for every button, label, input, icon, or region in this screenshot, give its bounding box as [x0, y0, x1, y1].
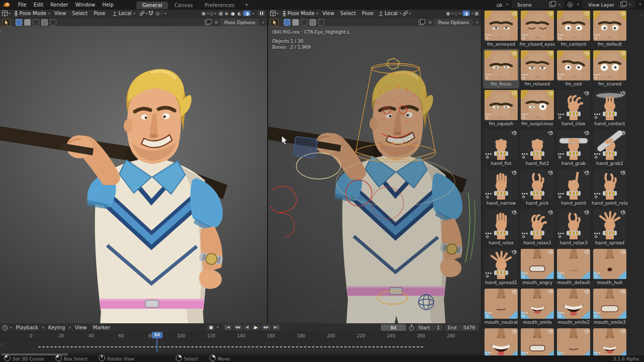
pose-asset-hand_claw[interactable]: hand_claw [555, 88, 592, 128]
pose-asset-fm_closed_eyes[interactable]: fm_closed_eyes [519, 9, 555, 49]
menu-pose[interactable]: Pose [359, 11, 376, 16]
pose-asset-hand_pick[interactable]: hand_pick [519, 168, 555, 208]
select-mode-subtract-button[interactable] [301, 19, 307, 26]
mode-selector[interactable]: Pose Mode [288, 11, 315, 16]
blender-logo-icon[interactable] [3, 2, 11, 8]
keyframe-marker[interactable] [244, 346, 246, 347]
keyframe-marker[interactable] [131, 346, 133, 347]
keyframe-marker[interactable] [219, 346, 222, 347]
select-mode-invert-button[interactable] [309, 19, 316, 26]
keyframe-marker[interactable] [187, 346, 190, 347]
keyframe-marker[interactable] [388, 346, 391, 347]
snap-magnet-icon[interactable] [148, 11, 153, 16]
menu-file[interactable]: File [15, 2, 30, 8]
keyframe-marker[interactable] [50, 346, 53, 347]
editor-type-icon[interactable] [270, 11, 276, 16]
keyframe-marker[interactable] [191, 346, 194, 347]
keyframe-marker[interactable] [42, 346, 45, 347]
overlays-icon[interactable]: ◇ [210, 11, 214, 16]
keyframe-marker[interactable] [211, 346, 214, 347]
snap-chevron[interactable]: ▾ [409, 12, 411, 16]
pose-asset-hand_relax3[interactable]: hand_relax3 [555, 208, 592, 247]
keyframe-marker[interactable] [151, 346, 153, 347]
menu-render[interactable]: Render [47, 2, 72, 8]
keyframe-marker[interactable] [405, 346, 407, 347]
keyframe-marker[interactable] [280, 346, 282, 347]
keyframe-marker[interactable] [147, 346, 149, 347]
xray-toggle-icon[interactable]: ▣ [218, 11, 223, 16]
menu-help[interactable]: Help [99, 2, 117, 8]
keyframe-marker[interactable] [135, 346, 137, 347]
keyframe-marker[interactable] [372, 346, 375, 347]
pose-asset-hand_grab[interactable]: hand_grab [555, 128, 592, 168]
channel-expand-icon[interactable]: › [1, 341, 3, 346]
shading-chevron[interactable]: ▾ [471, 12, 473, 16]
editor-type-chevron[interactable]: ▾ [9, 12, 11, 16]
pose-asset-hand_relax[interactable]: hand_relax [483, 208, 519, 247]
keyframe-marker[interactable] [54, 346, 57, 347]
timeline-menu-keying[interactable]: Keying [45, 325, 68, 330]
use-preview-range-icon[interactable] [409, 324, 415, 331]
shading-wireframe-icon[interactable]: ⊕ [223, 11, 229, 16]
timeline-menu-view[interactable]: View [72, 325, 90, 330]
pose-options-button[interactable]: Pose Options [434, 19, 473, 26]
select-mode-extend-button[interactable] [292, 19, 299, 26]
frame-start-field[interactable]: Start1 [416, 324, 443, 331]
keyframe-marker[interactable] [328, 346, 331, 347]
keyframe-marker[interactable] [276, 346, 278, 347]
keyframe-marker[interactable] [364, 346, 367, 347]
add-workspace-button[interactable]: + [240, 2, 253, 8]
keyframe-marker[interactable] [58, 346, 61, 347]
snap-target-icon[interactable] [139, 11, 145, 16]
keyframe-marker[interactable] [344, 346, 347, 347]
pose-asset-fm_relaxed[interactable]: fm_relaxed [519, 49, 555, 88]
select-mode-subtract-button[interactable] [33, 19, 39, 26]
keyframe-marker[interactable] [99, 346, 101, 347]
keyframe-marker[interactable] [421, 346, 423, 347]
scene-icon[interactable] [496, 2, 502, 8]
editor-type-icon[interactable] [2, 11, 8, 16]
scene-browse-chevron[interactable]: ▾ [506, 3, 508, 7]
menu-view[interactable]: View [51, 11, 69, 16]
clear-constraint-icon[interactable]: × [214, 20, 218, 25]
keyframe-marker[interactable] [284, 346, 286, 347]
pose-asset-mouth_angry[interactable]: mouth_angry [519, 247, 555, 287]
topbar-overflow-chevron[interactable]: ▾ [639, 3, 641, 7]
pose-asset-hand_fist[interactable]: hand_fist [483, 128, 519, 168]
pose-asset-fm_scared[interactable]: fm_scared [592, 49, 628, 88]
current-frame-badge[interactable]: 84 [152, 332, 163, 338]
keyframe-marker[interactable] [78, 346, 81, 347]
pose-asset-mouth_default[interactable]: mouth_default [555, 247, 592, 287]
keyframe-marker[interactable] [127, 346, 129, 347]
keyframe-marker[interactable] [66, 346, 69, 347]
pose-asset-fm_content[interactable]: fm_content [555, 9, 592, 49]
proportional-editing-icon[interactable]: ◎ [155, 11, 160, 16]
scene-name[interactable]: Scene [514, 2, 549, 8]
keyframe-marker[interactable] [159, 346, 162, 347]
timeline-menu-playback[interactable]: Playback [13, 325, 42, 330]
timeline-editor-chevron[interactable]: ▾ [10, 326, 12, 330]
keyframe-marker[interactable] [143, 346, 145, 347]
current-frame-field[interactable]: 84 [381, 324, 406, 331]
timeline-menu-chevron[interactable]: ▾ [69, 326, 71, 330]
pose-asset-row9-35[interactable] [592, 327, 628, 355]
keyframe-marker[interactable] [272, 346, 274, 347]
menu-window[interactable]: Window [72, 2, 99, 8]
orientation-selector[interactable]: Local [118, 11, 131, 16]
keyframe-marker[interactable] [183, 346, 186, 347]
render-region-icon[interactable]: ▣ [474, 11, 479, 16]
view-layer-browse-chevron[interactable]: ▾ [577, 3, 579, 7]
shading-solid-icon[interactable]: ● [230, 11, 235, 16]
next-keyframe-button[interactable]: ◆▶ [261, 324, 271, 330]
show-gizmo-icon[interactable]: ◉ [446, 11, 451, 16]
keyframe-marker[interactable] [312, 346, 314, 347]
snap-target-icon[interactable] [403, 11, 408, 16]
keyframe-marker[interactable] [70, 346, 73, 347]
pose-asset-mouth_huh[interactable]: mouth_huh [592, 247, 628, 287]
keyframe-marker[interactable] [320, 346, 323, 347]
pose-asset-fm_default[interactable]: fm_default [592, 9, 628, 49]
tweak-tool-button[interactable] [270, 19, 279, 26]
keyframe-marker[interactable] [252, 346, 254, 347]
select-mode-new-button[interactable] [284, 19, 290, 26]
select-mode-intersect-button[interactable] [318, 19, 325, 26]
